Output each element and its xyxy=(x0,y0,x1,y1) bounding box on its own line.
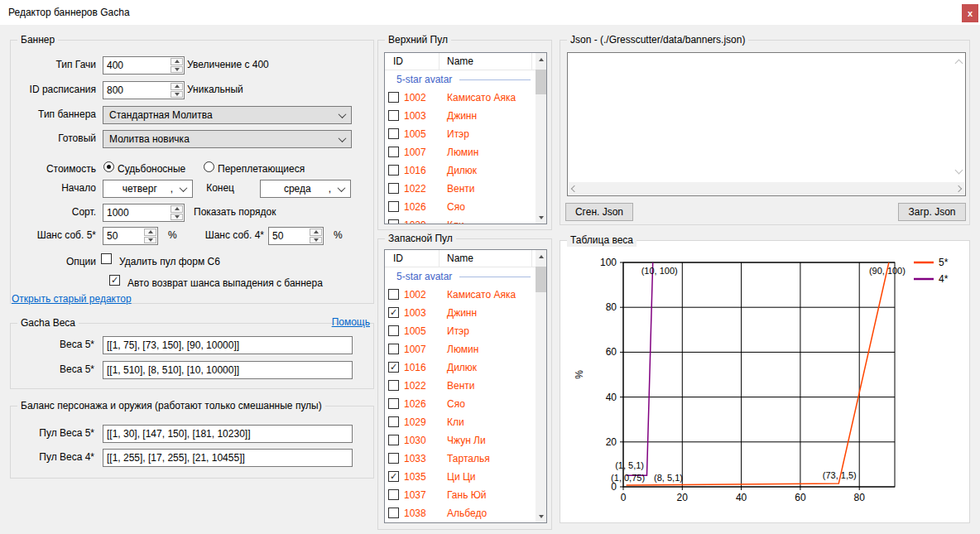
pool-item-row[interactable]: 1029Кли xyxy=(385,413,536,431)
pool-item-row[interactable]: 1030Чжун Ли xyxy=(385,431,536,450)
vertical-scrollbar[interactable] xyxy=(536,53,546,224)
spin-up-button[interactable] xyxy=(310,229,322,236)
item-checkbox[interactable]: ✓ xyxy=(388,471,399,482)
scrollbar-thumb[interactable] xyxy=(536,267,546,292)
pool-item-row[interactable]: 1016Дилюк xyxy=(385,161,536,180)
cost-intertwined-radio[interactable] xyxy=(204,161,214,172)
json-textarea[interactable] xyxy=(569,55,952,179)
item-checkbox[interactable]: ✓ xyxy=(388,307,399,318)
generate-json-button[interactable]: Сген. Json xyxy=(565,203,633,221)
chevron-down-icon xyxy=(339,110,347,118)
spin-down-button[interactable] xyxy=(310,237,322,244)
schedule-id-value[interactable] xyxy=(103,82,170,99)
schedule-id-hint: Уникальный xyxy=(187,84,243,95)
pool-item-row[interactable]: ✓1035Ци Ци xyxy=(385,468,536,486)
vertical-scrollbar[interactable] xyxy=(536,250,546,522)
svg-text:60: 60 xyxy=(795,492,806,503)
item-id: 1022 xyxy=(404,380,426,392)
chance5-value[interactable] xyxy=(103,228,143,244)
scroll-left-icon[interactable] xyxy=(571,185,578,191)
scroll-up-icon[interactable] xyxy=(955,60,963,68)
pool-item-row[interactable]: 1026Сяо xyxy=(385,395,536,413)
pool-item-row[interactable]: 1029Кли xyxy=(385,216,536,224)
item-checkbox[interactable] xyxy=(388,453,399,464)
item-checkbox[interactable] xyxy=(388,183,399,194)
spin-down-button[interactable] xyxy=(171,91,183,99)
item-checkbox[interactable] xyxy=(388,435,399,445)
pool-item-row[interactable]: 1005Итэр xyxy=(385,125,536,143)
item-checkbox[interactable] xyxy=(388,380,399,391)
banner-type-combobox[interactable]: Стандартная Молитва xyxy=(103,106,352,124)
end-day-combobox[interactable]: среда , xyxy=(260,180,351,198)
schedule-id-input[interactable] xyxy=(103,81,185,99)
scroll-down-button[interactable] xyxy=(536,211,546,224)
load-json-button[interactable]: Загр. Json xyxy=(898,203,966,221)
item-checkbox[interactable]: ✓ xyxy=(388,362,399,373)
item-checkbox[interactable] xyxy=(388,508,399,518)
sort-input[interactable] xyxy=(103,204,185,222)
pool-item-row[interactable]: 1037Гань Юй xyxy=(385,486,536,504)
upper-pool-list[interactable]: ID Name 5-star avatar1002Камисато Аяка10… xyxy=(384,52,547,224)
pool-item-row[interactable]: 1022Венти xyxy=(385,180,536,198)
pool-item-row[interactable]: 1002Камисато Аяка xyxy=(385,89,536,107)
item-checkbox[interactable] xyxy=(388,219,399,224)
pool-item-row[interactable]: 1005Итэр xyxy=(385,322,536,340)
help-link[interactable]: Помощь xyxy=(332,316,370,328)
pool-item-row[interactable]: 1007Люмин xyxy=(385,340,536,358)
pool-item-row[interactable]: 1026Сяо xyxy=(385,198,536,216)
item-checkbox[interactable] xyxy=(388,289,399,300)
pool-weights5-input[interactable] xyxy=(103,425,353,443)
spin-up-button[interactable] xyxy=(171,58,183,65)
pool-item-row[interactable]: 1003Джинн xyxy=(385,107,536,125)
spin-down-button[interactable] xyxy=(144,237,156,244)
spin-down-button[interactable] xyxy=(171,66,183,74)
horizontal-scrollbar[interactable] xyxy=(569,182,964,195)
chance4-value[interactable] xyxy=(269,228,309,244)
scroll-down-icon[interactable] xyxy=(955,166,963,175)
item-checkbox[interactable] xyxy=(388,344,399,354)
scrollbar-thumb[interactable] xyxy=(536,70,546,94)
item-checkbox[interactable] xyxy=(388,92,399,103)
scroll-right-icon[interactable] xyxy=(955,185,962,191)
spin-up-button[interactable] xyxy=(171,83,183,90)
item-checkbox[interactable] xyxy=(388,165,399,176)
spin-up-button[interactable] xyxy=(144,229,156,236)
item-checkbox[interactable] xyxy=(388,147,399,157)
pool-item-row[interactable]: 1033Тарталья xyxy=(385,450,536,468)
item-checkbox[interactable] xyxy=(388,110,399,121)
weights4-input[interactable] xyxy=(103,361,353,379)
gacha-type-input[interactable] xyxy=(103,56,185,75)
item-checkbox[interactable] xyxy=(388,416,399,427)
weights5-input[interactable] xyxy=(103,336,353,354)
scroll-down-button[interactable] xyxy=(536,510,546,522)
item-checkbox[interactable] xyxy=(388,398,399,409)
start-day-combobox[interactable]: четверг , xyxy=(103,180,193,198)
scroll-up-button[interactable] xyxy=(536,53,546,65)
close-button[interactable]: x xyxy=(962,4,978,22)
pool-weights4-input[interactable] xyxy=(103,449,353,467)
item-checkbox[interactable] xyxy=(388,489,399,500)
spin-down-button[interactable] xyxy=(171,214,183,221)
chance4-input[interactable] xyxy=(268,227,324,245)
scroll-up-button[interactable] xyxy=(536,250,546,262)
gacha-type-value[interactable] xyxy=(103,57,170,74)
item-checkbox[interactable] xyxy=(388,201,399,212)
pool-item-row[interactable]: 1007Люмин xyxy=(385,143,536,161)
prefab-combobox[interactable]: Молитва новичка xyxy=(103,130,352,148)
pool-item-row[interactable]: ✓1003Джинн xyxy=(385,304,536,322)
backup-pool-list[interactable]: ID Name 5-star avatar1002Камисато Аяка✓1… xyxy=(384,249,547,523)
item-checkbox[interactable] xyxy=(388,128,399,139)
remove-pool-checkbox[interactable] xyxy=(101,253,112,264)
cost-fate-radio[interactable] xyxy=(103,161,114,172)
item-id: 1016 xyxy=(404,165,426,176)
sort-value[interactable] xyxy=(103,204,170,221)
auto-return-checkbox[interactable]: ✓ xyxy=(109,275,120,286)
pool-item-row[interactable]: 1002Камисато Аяка xyxy=(385,286,536,304)
pool-item-row[interactable]: ✓1016Дилюк xyxy=(385,358,536,377)
item-checkbox[interactable] xyxy=(388,325,399,336)
pool-item-row[interactable]: 1038Альбедо xyxy=(385,504,536,522)
spin-up-button[interactable] xyxy=(171,205,183,213)
open-old-editor-link[interactable]: Открыть старый редактор xyxy=(12,293,132,305)
chance5-input[interactable] xyxy=(103,227,158,245)
pool-item-row[interactable]: 1022Венти xyxy=(385,377,536,395)
